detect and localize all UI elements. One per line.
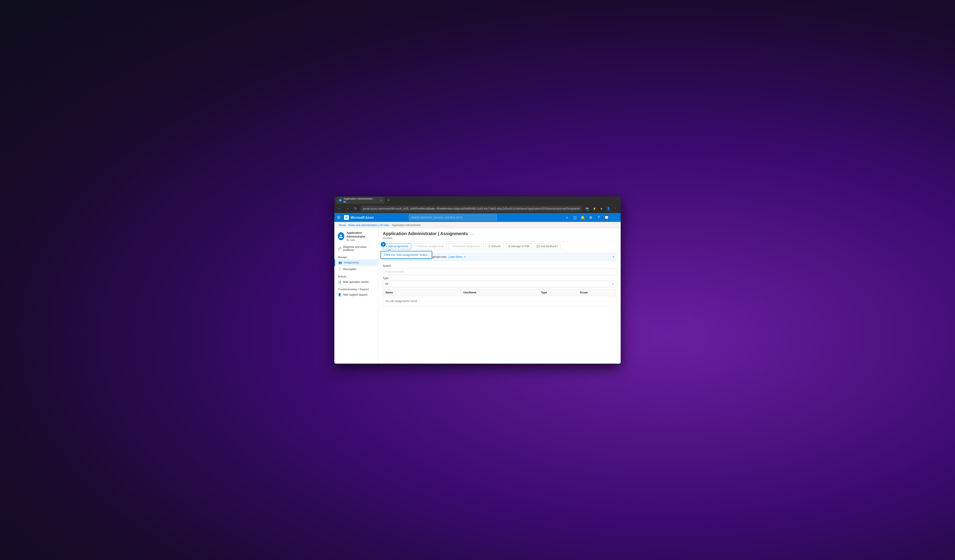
add-icon: + <box>386 245 387 248</box>
header-scope[interactable]: Scope <box>577 289 616 296</box>
azure-logo-text: Microsoft Azure <box>351 216 374 219</box>
learn-more-link[interactable]: Learn More <box>449 255 462 259</box>
download-icon: ↓ <box>451 245 452 248</box>
forward-button[interactable]: → <box>344 206 351 212</box>
sidebar-item-support[interactable]: 👤 New support request <box>334 292 378 298</box>
profile-button[interactable]: 👤 <box>605 206 611 212</box>
hamburger-menu[interactable]: ☰ <box>337 215 341 220</box>
page-subtitle: All roles <box>383 237 616 240</box>
sidebar-item-diagnose[interactable]: 🔎 Diagnose and solve problems <box>334 244 378 253</box>
bulk-ops-icon: 📊 <box>338 280 341 284</box>
info-banner-close[interactable]: × <box>612 255 614 259</box>
help-icon[interactable]: ? <box>595 214 602 221</box>
sidebar-all-roles: All roles <box>346 239 375 241</box>
breadcrumb: Home › Roles and administrators | All ro… <box>334 222 621 228</box>
manage-pim-button[interactable]: ⚙ Manage in PIM <box>505 243 532 249</box>
page-title: Application Administrator | Assignments <box>383 231 468 236</box>
tooltip-callout: Click the 'Add assignments' button. <box>380 251 432 259</box>
header-username[interactable]: UserName <box>461 289 539 296</box>
reload-button[interactable]: ↻ <box>352 206 359 212</box>
back-button[interactable]: ← <box>337 206 343 212</box>
feedback-icon[interactable]: 💬 <box>603 214 610 221</box>
sidebar-description-label: Description <box>343 268 356 271</box>
azure-logo: M Microsoft Azure <box>344 215 374 220</box>
azure-logo-icon: M <box>344 215 349 220</box>
search-label: Search <box>383 264 616 267</box>
sidebar-troubleshooting-section: Troubleshooting + Support <box>334 285 378 292</box>
page-content: Home › Roles and administrators | All ro… <box>334 222 621 363</box>
search-input[interactable] <box>383 268 616 275</box>
tab-close-button[interactable]: × <box>380 198 382 202</box>
tab-favicon: A <box>339 199 342 202</box>
azure-search <box>409 214 497 221</box>
account-icon[interactable]: 👤 <box>611 214 618 221</box>
tab-bar: A Application Administrator - M... × + <box>334 197 621 204</box>
global-search-input[interactable] <box>409 214 497 221</box>
azure-nav-icons: » ◫ 🔔 ⚙ ? 💬 👤 <box>564 214 618 221</box>
browser-window: A Application Administrator - M... × + ←… <box>334 197 621 363</box>
breadcrumb-sep-1: › <box>347 224 348 227</box>
sidebar-bulk-ops-label: Bulk operation results <box>343 281 368 284</box>
sidebar-role-name: Application Administrator <box>346 231 375 239</box>
sidebar: Application Administrator All roles 🔎 Di… <box>334 228 378 363</box>
notifications-icon[interactable]: 🔔 <box>579 214 586 221</box>
type-select[interactable]: All User Group Service Principal <box>383 281 616 287</box>
sidebar-manage-section: Manage <box>334 253 378 259</box>
screenshot-button[interactable]: 📷 <box>584 206 590 212</box>
header-name[interactable]: Name <box>383 289 461 296</box>
azure-topnav: ☰ M Microsoft Azure » ◫ 🔔 ⚙ ? 💬 👤 <box>334 213 621 222</box>
type-label: Type <box>383 277 616 280</box>
tab-title: Application Administrator - M... <box>344 197 378 203</box>
download-assignments-button[interactable]: ↓ Download assignments <box>448 243 484 249</box>
breadcrumb-roles[interactable]: Roles and administrators | All roles <box>348 224 389 227</box>
support-icon: 👤 <box>338 293 341 296</box>
url-input[interactable] <box>360 206 582 212</box>
diagnose-icon: 🔎 <box>338 247 341 250</box>
sidebar-item-description[interactable]: 📄 Description <box>334 266 378 273</box>
breadcrumb-home[interactable]: Home <box>339 224 346 227</box>
page-title-row: Application Administrator | Assignments … <box>383 231 616 236</box>
assignments-table: Name UserName Type Scope No role assignm… <box>383 289 616 306</box>
browser-actions: 📷 ⚡ ★ 👤 ⋮ <box>584 206 618 212</box>
refresh-button[interactable]: ↻ Refresh <box>485 243 504 249</box>
table-header-row: Name UserName Type Scope <box>383 289 616 296</box>
assignments-icon: 👥 <box>338 261 342 264</box>
add-assignments-button[interactable]: 5 + Add assignments <box>383 243 411 249</box>
favorites-button[interactable]: ★ <box>598 206 604 212</box>
page-more-button[interactable]: … <box>470 231 474 236</box>
active-tab[interactable]: A Application Administrator - M... × <box>336 197 385 204</box>
header-type[interactable]: Type <box>538 289 577 296</box>
remove-assignments-label: Remove assignments <box>418 245 443 248</box>
settings-icon[interactable]: ⚙ <box>587 214 594 221</box>
external-link-icon: ⇗ <box>464 256 466 259</box>
extensions-button[interactable]: ⚡ <box>591 206 597 212</box>
refresh-icon: ↻ <box>488 245 490 248</box>
add-assignments-label: Add assignments <box>388 245 409 248</box>
panel-area: Application Administrator All roles 🔎 Di… <box>334 228 621 363</box>
feedback-icon: 💬 <box>537 245 540 248</box>
cloud-shell-icon[interactable]: » <box>564 214 570 221</box>
breadcrumb-current: Application Administrator <box>392 224 421 227</box>
download-assignments-label: Download assignments <box>453 245 481 248</box>
remove-assignments-button[interactable]: × Remove assignments <box>413 243 446 249</box>
directory-icon[interactable]: ◫ <box>571 214 578 221</box>
new-tab-button[interactable]: + <box>385 197 391 203</box>
manage-pim-icon: ⚙ <box>508 245 510 248</box>
sidebar-activity-section: Activity <box>334 273 378 279</box>
got-feedback-button[interactable]: 💬 Got feedback? <box>534 243 561 249</box>
sidebar-item-bulk-ops[interactable]: 📊 Bulk operation results <box>334 279 378 285</box>
breadcrumb-sep-2: › <box>390 224 391 227</box>
address-bar: ← → ↻ 📷 ⚡ ★ 👤 ⋮ <box>334 204 621 213</box>
remove-icon: × <box>416 245 417 248</box>
sidebar-item-assignments[interactable]: 👥 Assignments <box>334 259 378 266</box>
azure-portal: ☰ M Microsoft Azure » ◫ 🔔 ⚙ ? 💬 👤 <box>334 213 621 363</box>
sidebar-diagnose-label: Diagnose and solve problems <box>343 245 375 252</box>
sidebar-support-label: New support request <box>343 293 368 296</box>
got-feedback-label: Got feedback? <box>541 245 558 248</box>
refresh-label: Refresh <box>492 245 501 248</box>
step-badge: 5 <box>381 242 386 247</box>
table-empty-message: No role assignments found <box>383 296 616 306</box>
menu-button[interactable]: ⋮ <box>612 206 618 212</box>
toolbar: 5 + Add assignments × Remove assignments… <box>378 242 621 251</box>
main-content: Application Administrator | Assignments … <box>378 228 621 363</box>
